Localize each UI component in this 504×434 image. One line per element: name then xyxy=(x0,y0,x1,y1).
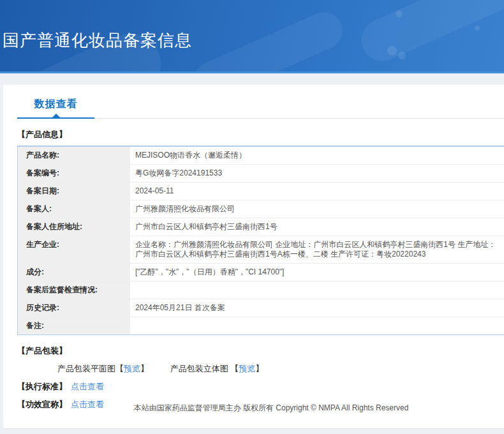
tab-data-view[interactable]: 数据查看 xyxy=(17,98,94,119)
header-decoration-dot xyxy=(387,46,397,56)
row-value: 2024-05-11 xyxy=(130,183,504,200)
row-label: 备案人住所地址: xyxy=(18,218,130,236)
stereo-preview-link[interactable]: 预览 xyxy=(239,364,255,373)
standard-section-title: 【执行标准】 xyxy=(17,382,67,391)
row-value: 广州市白云区人和镇鹤亭村三盛南街西1号 xyxy=(130,218,504,236)
row-label: 备案人: xyxy=(18,200,130,218)
row-label: 备案后监督检查情况: xyxy=(18,281,130,299)
table-row: 历史记录:2024年05月21日 首次备案 xyxy=(18,299,504,317)
table-row: 备注: xyxy=(18,317,504,334)
copyright-text: 本站由国家药品监督管理局主办 版权所有 Copyright © NMPA All… xyxy=(134,403,409,412)
bracket-close: 】 xyxy=(140,364,149,373)
row-value: 2024年05月21日 首次备案 xyxy=(130,299,504,317)
row-value: 广州雅颜清照化妆品有限公司 xyxy=(130,200,504,218)
row-value: ["乙醇"，"水"，"（日用）香精"，"CI 14700"] xyxy=(130,264,504,281)
header-decoration-pill xyxy=(355,0,504,68)
row-label: 生产企业: xyxy=(18,236,130,263)
packaging-flat-item: 产品包装平面图【预览】 xyxy=(57,364,149,373)
standard-view-link[interactable]: 点击查看 xyxy=(71,382,104,391)
header-decoration-dot xyxy=(398,52,406,59)
product-info-section-title: 【产品信息】 xyxy=(17,129,504,140)
page-header: 国产普通化妆品备案信息 xyxy=(0,0,504,73)
row-label: 备注: xyxy=(18,317,130,334)
table-row: 产品名称:MEJISOO物语香水（邂逅柔情） xyxy=(18,147,504,165)
row-value xyxy=(130,281,504,299)
tab-bar: 数据查看 xyxy=(17,85,504,119)
table-row: 备案编号:粤G妆网备字2024191533 xyxy=(18,165,504,183)
standard-row: 【执行标准】点击查看 xyxy=(17,381,504,393)
table-row: 备案后监督检查情况: xyxy=(18,281,504,299)
table-row: 备案人:广州雅颜清照化妆品有限公司 xyxy=(18,200,504,218)
bracket-open: 【 xyxy=(115,364,124,373)
packaging-stereo-label: 产品包装立体图 xyxy=(170,364,231,373)
content-card: 数据查看 【产品信息】 产品名称:MEJISOO物语香水（邂逅柔情）备案编号:粤… xyxy=(3,85,504,429)
row-label: 备案日期: xyxy=(18,183,130,200)
table-row: 生产企业:企业名称：广州雅颜清照化妆品有限公司 企业地址：广州市白云区人和镇鹤亭… xyxy=(18,236,504,264)
tab-data-view-label: 数据查看 xyxy=(34,98,78,109)
table-row: 备案日期:2024-05-11 xyxy=(18,183,504,200)
header-decoration-dot xyxy=(396,10,403,17)
row-label: 产品名称: xyxy=(18,147,130,164)
header-decoration-dot xyxy=(475,26,480,31)
page-footer: 本站由国家药品监督管理局主办 版权所有 Copyright © NMPA All… xyxy=(0,398,504,434)
row-label: 备案编号: xyxy=(18,165,130,182)
packaging-flat-label: 产品包装平面图 xyxy=(57,364,115,373)
flat-preview-link[interactable]: 预览 xyxy=(124,364,140,373)
row-value: 粤G妆网备字2024191533 xyxy=(130,165,504,182)
table-row: 备案人住所地址:广州市白云区人和镇鹤亭村三盛南街西1号 xyxy=(18,218,504,236)
row-label: 历史记录: xyxy=(18,299,130,317)
header-decoration-pill xyxy=(188,6,348,73)
table-row: 成分:["乙醇"，"水"，"（日用）香精"，"CI 14700"] xyxy=(18,264,504,281)
row-label: 成分: xyxy=(18,264,130,281)
product-info-table: 产品名称:MEJISOO物语香水（邂逅柔情）备案编号:粤G妆网备字2024191… xyxy=(17,146,504,335)
bracket-close: 】 xyxy=(255,364,263,373)
packaging-stereo-item: 产品包装立体图 【预览】 xyxy=(170,364,264,373)
bracket-open: 【 xyxy=(230,364,239,373)
row-value xyxy=(130,317,504,334)
packaging-links-row: 产品包装平面图【预览】 产品包装立体图 【预览】 xyxy=(57,363,504,375)
row-value: MEJISOO物语香水（邂逅柔情） xyxy=(130,147,504,164)
row-value: 企业名称：广州雅颜清照化妆品有限公司 企业地址：广州市白云区人和镇鹤亭村三盛南街… xyxy=(130,236,504,263)
page-title: 国产普通化妆品备案信息 xyxy=(3,29,192,52)
packaging-section-title: 【产品包装】 xyxy=(17,345,504,357)
